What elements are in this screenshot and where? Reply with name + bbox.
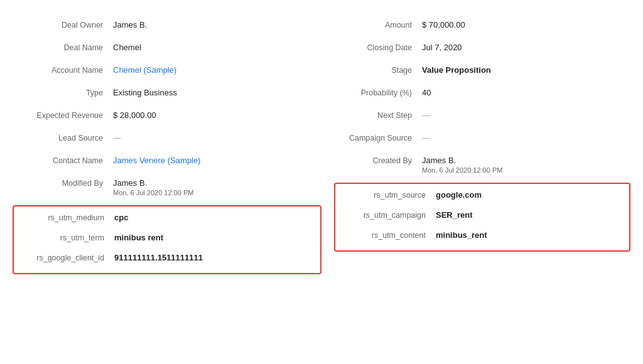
field-value: — xyxy=(422,110,630,120)
field-value: — xyxy=(422,133,630,142)
field-row: Contact NameJames Venere (Sample) xyxy=(13,156,322,169)
field-value: Value Proposition xyxy=(422,65,630,75)
box-field-row: rs_google_client_id911111111.1511111111 xyxy=(14,253,315,267)
field-label: Campaign Source xyxy=(322,134,422,142)
field-row: Amount$ 70,000.00 xyxy=(322,20,630,34)
field-row: Modified ByJames B.Mon, 6 Jul 2020 12:00… xyxy=(13,178,322,196)
box-field-value: google.com xyxy=(436,190,624,200)
field-value[interactable]: Chemel (Sample) xyxy=(113,65,322,75)
field-label: Stage xyxy=(322,66,422,75)
box-field-label: rs_google_client_id xyxy=(14,254,114,262)
field-value: James B.Mon, 6 Jul 2020 12:00 PM xyxy=(422,156,630,174)
box-field-row: rs_utm_campaignSER_rent xyxy=(335,210,624,224)
field-row: Probability (%)40 xyxy=(322,88,630,102)
field-row: Deal NameChemel xyxy=(13,43,322,56)
field-label: Closing Date xyxy=(322,43,422,52)
left-column: Deal OwnerJames B.Deal NameChemelAccount… xyxy=(13,20,322,274)
field-label: Expected Revenue xyxy=(13,111,113,120)
field-label: Contact Name xyxy=(13,156,113,165)
box-field-row: rs_utm_sourcegoogle.com xyxy=(335,190,624,204)
field-value: $ 70,000.00 xyxy=(422,20,630,29)
field-label: Account Name xyxy=(13,66,113,75)
field-value: Chemel xyxy=(113,43,322,52)
left-highlighted-box: rs_utm_mediumcpcrs_utm_termminibus rentr… xyxy=(13,205,322,274)
field-label: Modified By xyxy=(13,179,113,188)
field-row: Created ByJames B.Mon, 6 Jul 2020 12:00 … xyxy=(322,156,630,174)
box-field-value: minibus_rent xyxy=(436,230,624,240)
field-row: Closing DateJul 7, 2020 xyxy=(322,43,630,56)
field-row: Deal OwnerJames B. xyxy=(13,20,322,34)
field-row: Lead Source— xyxy=(13,133,322,147)
field-label: Created By xyxy=(322,156,422,165)
field-row: Next Step— xyxy=(322,110,630,124)
field-row: StageValue Proposition xyxy=(322,65,630,79)
field-label: Deal Name xyxy=(13,43,113,52)
box-field-value: cpc xyxy=(114,213,315,222)
field-value: — xyxy=(113,133,322,142)
right-highlighted-box: rs_utm_sourcegoogle.comrs_utm_campaignSE… xyxy=(334,183,630,252)
field-value: James B.Mon, 6 Jul 2020 12:00 PM xyxy=(113,178,322,196)
box-field-row: rs_utm_mediumcpc xyxy=(14,213,315,227)
field-row: Campaign Source— xyxy=(322,133,630,147)
right-column: Amount$ 70,000.00Closing DateJul 7, 2020… xyxy=(322,20,630,274)
field-value: Jul 7, 2020 xyxy=(422,43,630,52)
box-field-row: rs_utm_contentminibus_rent xyxy=(335,230,624,244)
field-value: 40 xyxy=(422,88,630,97)
field-value[interactable]: James Venere (Sample) xyxy=(113,156,322,165)
box-field-label: rs_utm_source xyxy=(335,191,436,200)
field-label: Deal Owner xyxy=(13,21,113,29)
box-field-value: SER_rent xyxy=(436,210,624,220)
field-label: Lead Source xyxy=(13,134,113,142)
field-value: James B. xyxy=(113,20,322,29)
box-field-label: rs_utm_content xyxy=(335,231,436,240)
field-row: TypeExisting Business xyxy=(13,88,322,102)
box-field-value: minibus rent xyxy=(114,233,315,242)
field-label: Type xyxy=(13,88,113,97)
field-label: Next Step xyxy=(322,111,422,120)
field-label: Probability (%) xyxy=(322,88,422,97)
field-row: Expected Revenue$ 28,000.00 xyxy=(13,110,322,124)
box-field-row: rs_utm_termminibus rent xyxy=(14,233,315,247)
field-value: Existing Business xyxy=(113,88,322,97)
box-field-label: rs_utm_term xyxy=(14,233,114,242)
box-field-label: rs_utm_campaign xyxy=(335,211,436,220)
box-field-value: 911111111.1511111111 xyxy=(114,253,315,262)
box-field-label: rs_utm_medium xyxy=(14,213,114,222)
field-row: Account NameChemel (Sample) xyxy=(13,65,322,79)
field-label: Amount xyxy=(322,21,422,29)
field-value: $ 28,000.00 xyxy=(113,110,322,120)
